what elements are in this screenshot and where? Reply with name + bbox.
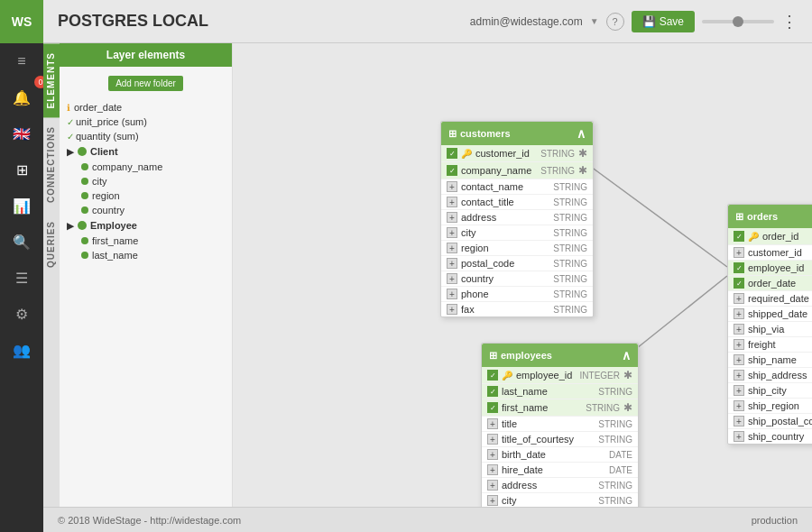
table-row[interactable]: + ship_name STRING xyxy=(728,353,812,368)
help-icon[interactable]: ? xyxy=(606,13,624,31)
table-row[interactable]: + customer_id STRING xyxy=(728,245,812,261)
table-orders[interactable]: ⊞ orders ∧ ✓ 🔑 order_id INTEGER ✱ + cust… xyxy=(727,204,812,445)
row-checkbox[interactable]: ✓ xyxy=(487,386,498,397)
table-row[interactable]: + phone STRING xyxy=(441,287,593,302)
row-add[interactable]: + xyxy=(487,418,498,429)
table-row[interactable]: + postal_code STRING xyxy=(441,256,593,271)
row-add[interactable]: + xyxy=(447,227,457,238)
canvas-area[interactable]: ⊞ customers ∧ ✓ 🔑 customer_id STRING ✱ ✓… xyxy=(233,43,812,507)
table-row[interactable]: + required_date DATE xyxy=(728,291,812,307)
row-add[interactable]: + xyxy=(447,197,457,207)
row-checkbox[interactable]: ✓ xyxy=(447,148,457,159)
table-row[interactable]: + ship_city STRING xyxy=(728,383,812,399)
table-row[interactable]: ✓ employee_id INTEGER xyxy=(728,261,812,276)
collapse-icon[interactable]: ∧ xyxy=(577,126,586,141)
row-add[interactable]: + xyxy=(487,495,498,506)
row-checkbox[interactable]: ✓ xyxy=(734,262,744,273)
zoom-slider[interactable] xyxy=(702,20,774,23)
list-item[interactable]: ✓ unit_price (sum) xyxy=(60,115,232,129)
zoom-handle[interactable] xyxy=(733,16,743,27)
list-item[interactable]: last_name xyxy=(60,248,232,262)
row-add[interactable]: + xyxy=(447,289,457,299)
row-add[interactable]: + xyxy=(734,339,744,350)
table-row[interactable]: + ship_region STRING xyxy=(728,399,812,414)
row-add[interactable]: + xyxy=(734,324,744,335)
table-row[interactable]: + country STRING xyxy=(441,271,593,287)
row-add[interactable]: + xyxy=(734,293,744,304)
list-item[interactable]: first_name xyxy=(60,234,232,248)
table-row[interactable]: + contact_name STRING xyxy=(441,179,593,195)
table-row[interactable]: + contact_title STRING xyxy=(441,195,593,210)
tab-connections[interactable]: CONNECTIONS xyxy=(43,117,60,212)
table-row[interactable]: + hire_date DATE xyxy=(482,463,638,478)
tab-queries[interactable]: QUERIES xyxy=(43,212,60,277)
layers-icon[interactable]: ☰ xyxy=(0,260,43,296)
row-add[interactable]: + xyxy=(734,247,744,258)
list-item[interactable]: country xyxy=(60,203,232,217)
row-add[interactable]: + xyxy=(447,304,457,315)
group-employee[interactable]: ▶ Employee xyxy=(60,217,232,234)
table-row[interactable]: + shipped_date DATE xyxy=(728,307,812,322)
table-row[interactable]: ✓ 🔑 customer_id STRING ✱ xyxy=(441,145,593,162)
flag-icon[interactable]: 🇬🇧 xyxy=(0,115,43,151)
add-folder-button[interactable]: Add new folder xyxy=(108,76,183,91)
row-checkbox[interactable]: ✓ xyxy=(447,165,457,176)
people-icon[interactable]: 👥 xyxy=(0,332,43,368)
list-item[interactable]: ℹ order_date xyxy=(60,100,232,115)
table-row[interactable]: + address STRING xyxy=(482,478,638,493)
dashboard-icon[interactable]: ⊞ xyxy=(0,151,43,188)
table-row[interactable]: + ship_via INTEGER xyxy=(728,322,812,337)
row-add[interactable]: + xyxy=(734,416,744,427)
row-add[interactable]: + xyxy=(487,449,498,460)
table-row[interactable]: + title STRING xyxy=(482,417,638,432)
table-row[interactable]: + ship_postal_code STRING xyxy=(728,414,812,429)
table-row[interactable]: + region STRING xyxy=(441,241,593,256)
row-add[interactable]: + xyxy=(734,370,744,381)
hamburger-icon[interactable]: ≡ xyxy=(0,43,43,79)
list-item[interactable]: region xyxy=(60,188,232,203)
table-employees[interactable]: ⊞ employees ∧ ✓ 🔑 employee_id INTEGER ✱ … xyxy=(481,343,639,507)
settings-icon[interactable]: ⚙ xyxy=(0,296,43,332)
row-add[interactable]: + xyxy=(487,434,498,445)
table-row[interactable]: + city STRING xyxy=(441,225,593,241)
table-row[interactable]: + fax STRING xyxy=(441,302,593,316)
row-add[interactable]: + xyxy=(487,464,498,475)
app-logo[interactable]: WS xyxy=(0,0,43,43)
table-row[interactable]: ✓ company_name STRING ✱ xyxy=(441,162,593,179)
chart-icon[interactable]: 📊 xyxy=(0,188,43,224)
row-add[interactable]: + xyxy=(447,258,457,269)
save-button[interactable]: 💾 Save xyxy=(632,11,695,32)
table-customers[interactable]: ⊞ customers ∧ ✓ 🔑 customer_id STRING ✱ ✓… xyxy=(440,121,594,317)
dropdown-arrow[interactable]: ▼ xyxy=(590,16,599,26)
table-row[interactable]: ✓ order_date DATE xyxy=(728,276,812,291)
table-row[interactable]: + city STRING xyxy=(482,493,638,507)
row-checkbox[interactable]: ✓ xyxy=(734,231,744,242)
row-add[interactable]: + xyxy=(447,181,457,192)
table-row[interactable]: + title_of_courtesy STRING xyxy=(482,432,638,447)
row-add[interactable]: + xyxy=(734,431,744,442)
list-item[interactable]: company_name xyxy=(60,160,232,174)
list-item[interactable]: ✓ quantity (sum) xyxy=(60,129,232,143)
row-checkbox[interactable]: ✓ xyxy=(734,278,744,289)
row-checkbox[interactable]: ✓ xyxy=(487,402,498,413)
row-add[interactable]: + xyxy=(487,480,498,491)
row-add[interactable]: + xyxy=(447,243,457,253)
collapse-icon[interactable]: ∧ xyxy=(622,348,631,362)
table-row[interactable]: + address STRING xyxy=(441,210,593,225)
search-icon[interactable]: 🔍 xyxy=(0,224,43,260)
table-row[interactable]: ✓ 🔑 employee_id INTEGER ✱ xyxy=(482,367,638,384)
row-add[interactable]: + xyxy=(447,212,457,223)
table-row[interactable]: ✓ first_name STRING ✱ xyxy=(482,399,638,417)
row-add[interactable]: + xyxy=(734,308,744,319)
table-row[interactable]: ✓ last_name STRING xyxy=(482,384,638,399)
group-client[interactable]: ▶ Client xyxy=(60,143,232,160)
table-row[interactable]: + birth_date DATE xyxy=(482,447,638,463)
more-options-icon[interactable]: ⋮ xyxy=(781,12,798,32)
row-add[interactable]: + xyxy=(734,400,744,411)
row-add[interactable]: + xyxy=(734,385,744,396)
row-add[interactable]: + xyxy=(734,354,744,365)
table-row[interactable]: + ship_country STRING xyxy=(728,429,812,444)
table-row[interactable]: + ship_address STRING xyxy=(728,368,812,383)
tab-elements[interactable]: ELEMENTS xyxy=(43,43,60,117)
table-row[interactable]: ✓ 🔑 order_id INTEGER ✱ xyxy=(728,228,812,245)
